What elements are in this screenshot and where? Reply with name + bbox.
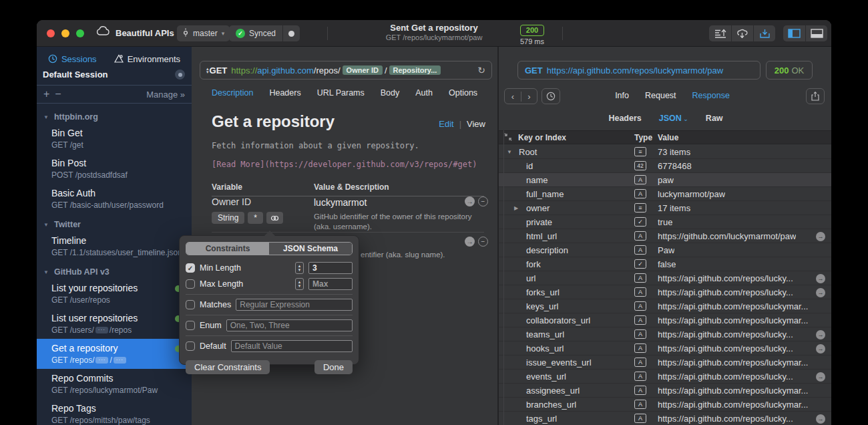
sidebar-item-timeline[interactable]: TimelineGET /1.1/statuses/user_timeline.… [37, 231, 192, 261]
json-row-collaborators-url[interactable]: collaborators_urlAhttps://api.github.com… [499, 313, 831, 327]
json-row-root[interactable]: ▼Root≡73 items [499, 145, 831, 159]
variable-required-button[interactable]: * [248, 212, 263, 224]
sync-status-button[interactable]: ✓ Synced [229, 25, 300, 41]
variable-remove-button[interactable]: − [478, 196, 488, 206]
stepper-control[interactable]: ▲▼ [295, 262, 304, 274]
json-row-branches-url[interactable]: branches_urlAhttps://api.github.com/repo… [499, 398, 831, 412]
json-row-full-name[interactable]: full_nameAluckymarmot/paw [499, 187, 831, 201]
share-button[interactable] [806, 88, 825, 104]
open-url-button[interactable]: → [816, 288, 825, 297]
tab-info[interactable]: Info [615, 91, 629, 100]
session-record-icon[interactable] [175, 69, 185, 80]
variable-constraints-button[interactable] [266, 212, 283, 224]
disclosure-open-icon[interactable]: ▼ [507, 149, 512, 155]
refresh-icon[interactable]: ↻ [477, 65, 485, 76]
subtab-json[interactable]: JSON ⌄ [659, 114, 688, 123]
constraint-input[interactable] [236, 299, 353, 311]
url-variable-token-owner[interactable]: Owner ID [343, 65, 383, 75]
tab-request[interactable]: Request [645, 91, 676, 100]
json-row-hooks-url[interactable]: hooks_urlAhttps://api.github.com/repos/l… [499, 341, 831, 356]
json-row-url[interactable]: urlAhttps://api.github.com/repos/lucky..… [499, 271, 831, 285]
tab-url-params[interactable]: URL Params [317, 88, 365, 98]
open-url-button[interactable]: → [816, 344, 825, 353]
open-url-button[interactable]: → [816, 274, 825, 283]
tab-json-schema[interactable]: JSON Schema [269, 243, 352, 255]
url-variable-token-repository[interactable]: Repository... [389, 65, 441, 75]
request-url-bar[interactable]: ▴▾ GET https:// api.github.com /repos/ O… [200, 61, 492, 80]
sidebar-group-twitter[interactable]: ▼Twitter [37, 214, 192, 231]
history-forward-button[interactable]: › [521, 92, 537, 102]
sync-pull-button[interactable] [731, 25, 753, 41]
variable-goto-button[interactable]: → [465, 196, 475, 206]
add-request-button[interactable]: + [43, 88, 55, 100]
remove-request-button[interactable]: − [55, 88, 66, 100]
close-window-button[interactable] [47, 29, 55, 37]
json-row-description[interactable]: descriptionAPaw [499, 243, 831, 257]
json-row-id[interactable]: id426778468 [499, 159, 831, 173]
subtab-headers[interactable]: Headers [608, 114, 641, 123]
json-row-events-url[interactable]: events_urlAhttps://api.github.com/repos/… [499, 370, 831, 384]
export-button[interactable] [709, 25, 731, 41]
request-method[interactable]: GET [210, 65, 228, 76]
history-button[interactable] [541, 88, 560, 104]
tab-auth[interactable]: Auth [415, 88, 433, 98]
json-row-owner[interactable]: ▶owner≡17 items [499, 201, 831, 215]
constraint-checkbox[interactable] [186, 279, 195, 289]
sync-commit-button[interactable] [282, 25, 300, 41]
sidebar-item-repo-commits[interactable]: Repo CommitsGET /repos/luckymarmot/Paw [37, 369, 192, 399]
open-url-button[interactable]: → [816, 330, 825, 339]
minimize-window-button[interactable] [61, 29, 69, 37]
tab-options[interactable]: Options [449, 88, 477, 98]
open-url-button[interactable]: → [816, 414, 825, 424]
variable2-goto-button[interactable]: → [465, 237, 475, 247]
constraint-input[interactable] [308, 278, 353, 290]
disclosure-closed-icon[interactable]: ▶ [514, 205, 518, 211]
json-row-fork[interactable]: fork✓false [499, 257, 831, 271]
toggle-sidebar-button[interactable] [783, 25, 805, 41]
tab-body[interactable]: Body [381, 88, 400, 98]
tab-constraints[interactable]: Constraints [186, 243, 269, 255]
sidebar-item-repo-tags[interactable]: Repo TagsGET /repos/mittsh/paw/tags [37, 399, 192, 425]
json-row-private[interactable]: private✓true [499, 215, 831, 229]
json-row-teams-url[interactable]: teams_urlAhttps://api.github.com/repos/l… [499, 327, 831, 341]
clear-constraints-button[interactable]: Clear Constraints [186, 360, 270, 374]
open-url-button[interactable]: → [816, 232, 825, 241]
sidebar-item-get-a-repository[interactable]: Get a repositoryGET /repos/···/··· [37, 339, 192, 369]
json-row-html-url[interactable]: html_urlAhttps://github.com/luckymarmot/… [499, 229, 831, 243]
json-row-forks-url[interactable]: forks_urlAhttps://api.github.com/repos/l… [499, 285, 831, 299]
sidebar-item-bin-get[interactable]: Bin GetGET /get [37, 124, 192, 154]
tab-sessions[interactable]: Sessions [48, 54, 97, 64]
collapse-all-icon[interactable] [504, 132, 512, 144]
history-back-button[interactable]: ‹ [505, 92, 521, 102]
tab-environments[interactable]: Environments [114, 54, 180, 64]
json-row-tags-url[interactable]: tags_urlAhttps://api.github.com/repos/lu… [499, 412, 831, 425]
import-button[interactable] [753, 25, 775, 41]
tab-response[interactable]: Response [692, 91, 730, 100]
constraint-input[interactable] [231, 340, 353, 352]
variable-type-button[interactable]: String [212, 212, 244, 224]
manage-link[interactable]: Manage » [146, 90, 185, 100]
sidebar-group-github-api-v3[interactable]: ▼GitHub API v3 [37, 261, 192, 279]
constraint-checkbox[interactable] [186, 321, 195, 330]
edit-link[interactable]: Edit [439, 119, 453, 129]
constraint-input[interactable] [226, 319, 353, 331]
zoom-window-button[interactable] [76, 29, 84, 37]
constraint-checkbox[interactable]: ✓ [186, 263, 195, 273]
json-row-name[interactable]: nameApaw [499, 173, 831, 187]
constraint-input[interactable] [308, 262, 353, 274]
sidebar-group-httpbin-org[interactable]: ▼httpbin.org [37, 106, 192, 124]
variable2-remove-button[interactable]: − [478, 237, 488, 247]
view-link[interactable]: View [467, 119, 485, 129]
done-button[interactable]: Done [314, 360, 353, 374]
constraint-checkbox[interactable] [186, 341, 195, 351]
variable-value[interactable]: luckymarmot [314, 197, 367, 208]
doc-read-more-link[interactable]: [Read More](https://developer.github.com… [212, 160, 477, 169]
tab-headers[interactable]: Headers [269, 88, 300, 98]
json-row-issue-events-url[interactable]: issue_events_urlAhttps://api.github.com/… [499, 356, 831, 370]
subtab-raw[interactable]: Raw [706, 114, 723, 123]
branch-selector-button[interactable]: master ▾ [177, 25, 230, 41]
method-selector-icon[interactable]: ▴▾ [206, 67, 209, 74]
open-url-button[interactable]: → [816, 372, 825, 382]
sidebar-item-bin-post[interactable]: Bin PostPOST /postdsadfdsaf [37, 154, 192, 184]
tab-description[interactable]: Description [212, 88, 254, 98]
